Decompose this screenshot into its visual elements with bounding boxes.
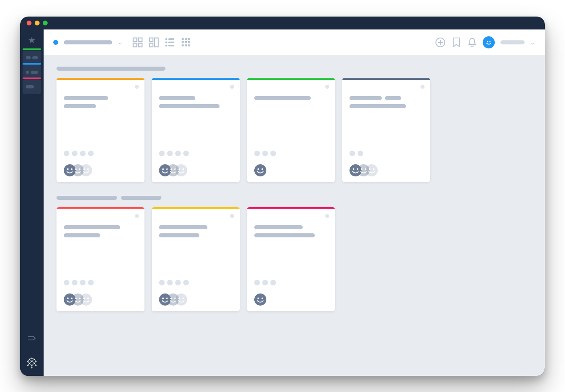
- plus-circle-icon[interactable]: [435, 37, 446, 48]
- title-text-placeholder: [385, 96, 401, 100]
- content-area: [44, 55, 545, 376]
- assignee-avatar[interactable]: [175, 164, 187, 176]
- user-name: [500, 40, 525, 44]
- tag-dot: [270, 151, 276, 156]
- sidebar: ★: [20, 29, 44, 376]
- title-text-placeholder: [159, 233, 199, 237]
- view-grid-small-icon[interactable]: [181, 37, 191, 48]
- title-text-placeholder: [349, 104, 406, 108]
- tag-dot: [175, 280, 181, 285]
- view-list-icon[interactable]: [165, 37, 175, 48]
- nav-text-placeholder: [26, 56, 31, 59]
- assignee-avatar[interactable]: [80, 293, 92, 306]
- card-body: [56, 209, 144, 311]
- card[interactable]: [56, 207, 144, 311]
- svg-rect-15: [138, 38, 142, 42]
- user-avatar[interactable]: [483, 36, 495, 48]
- card-tags: [64, 280, 137, 285]
- svg-point-69: [366, 164, 378, 176]
- title-text-placeholder: [254, 96, 311, 100]
- card-tags: [254, 280, 328, 285]
- tag-dot: [80, 280, 86, 285]
- svg-rect-27: [182, 38, 184, 40]
- maximize-button[interactable]: [43, 21, 48, 25]
- tag-dot: [175, 151, 181, 156]
- tag-dot: [159, 280, 165, 285]
- bookmark-icon[interactable]: [452, 37, 461, 48]
- card[interactable]: [56, 78, 144, 182]
- svg-rect-20: [149, 43, 153, 47]
- section-title-0: [56, 67, 532, 71]
- card-menu-icon[interactable]: [135, 85, 139, 89]
- nav-text-placeholder: [26, 71, 29, 74]
- svg-rect-18: [149, 38, 153, 42]
- svg-point-89: [182, 298, 184, 299]
- card-menu-icon[interactable]: [230, 85, 234, 89]
- svg-point-80: [87, 298, 89, 299]
- card-tags: [64, 151, 137, 156]
- assignee-avatar[interactable]: [366, 164, 378, 176]
- collapse-icon[interactable]: [28, 334, 36, 344]
- card[interactable]: [152, 78, 240, 182]
- svg-point-61: [257, 168, 259, 170]
- svg-rect-14: [133, 38, 137, 42]
- nav-text-placeholder: [26, 85, 34, 88]
- svg-point-73: [67, 298, 69, 299]
- user-dropdown-chevron-icon[interactable]: ⌄: [530, 39, 535, 46]
- svg-rect-35: [188, 44, 190, 46]
- card-menu-icon[interactable]: [230, 214, 234, 218]
- svg-rect-22: [168, 38, 174, 40]
- tag-dot: [270, 280, 276, 285]
- assignee-avatar[interactable]: [254, 164, 266, 176]
- title-text-placeholder: [159, 96, 195, 100]
- tag-dot: [72, 280, 77, 285]
- assignee-avatar[interactable]: [175, 293, 187, 306]
- card-menu-icon[interactable]: [421, 85, 425, 89]
- favorites-star-icon[interactable]: ★: [28, 35, 36, 46]
- svg-point-25: [165, 44, 167, 46]
- section-title-text: [56, 67, 165, 71]
- card[interactable]: [247, 78, 335, 182]
- assignee-avatar[interactable]: [254, 293, 266, 306]
- section-title-1: [56, 196, 532, 200]
- svg-point-60: [254, 164, 266, 176]
- svg-point-49: [83, 168, 85, 170]
- card-assignees: [64, 293, 137, 306]
- title-text-placeholder: [254, 233, 315, 237]
- nav-text-placeholder: [31, 71, 38, 74]
- card-menu-icon[interactable]: [325, 214, 329, 218]
- tag-dot: [349, 151, 355, 156]
- card-tags: [159, 151, 232, 156]
- card[interactable]: [247, 207, 335, 311]
- card-body: [152, 209, 240, 311]
- tag-dot: [80, 151, 86, 156]
- card-assignees: [64, 164, 137, 176]
- svg-point-64: [353, 168, 354, 170]
- card-tags: [349, 151, 423, 156]
- card-title: [64, 96, 137, 108]
- close-button[interactable]: [27, 21, 31, 25]
- svg-point-70: [369, 168, 370, 170]
- view-grid-large-icon[interactable]: [132, 37, 143, 48]
- card[interactable]: [152, 207, 240, 311]
- view-grid-kanban-icon[interactable]: [149, 37, 159, 48]
- title-text-placeholder: [64, 233, 100, 237]
- card-menu-icon[interactable]: [135, 214, 139, 218]
- title-text-placeholder: [254, 225, 303, 229]
- project-dropdown-chevron-icon[interactable]: ⌄: [118, 39, 123, 46]
- bell-icon[interactable]: [467, 37, 477, 48]
- sidebar-item-2[interactable]: [23, 80, 41, 94]
- assignee-avatar[interactable]: [80, 164, 92, 176]
- card[interactable]: [342, 78, 430, 182]
- card-title: [254, 96, 328, 100]
- title-text-placeholder: [64, 225, 120, 229]
- tag-dot: [167, 280, 173, 285]
- card-menu-icon[interactable]: [325, 85, 329, 89]
- svg-rect-29: [188, 38, 190, 40]
- project-title[interactable]: [64, 40, 112, 44]
- app-window: ★ ⌄ ⌄: [20, 17, 545, 376]
- svg-point-85: [170, 298, 172, 299]
- minimize-button[interactable]: [35, 21, 40, 25]
- body: ★ ⌄ ⌄: [20, 29, 545, 376]
- tag-dot: [167, 151, 173, 156]
